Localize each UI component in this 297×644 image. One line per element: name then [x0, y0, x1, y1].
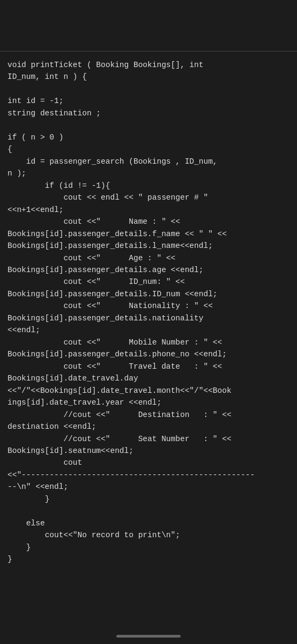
screen: void printTicket ( Booking Bookings[], i…	[0, 0, 297, 644]
bottom-bar	[0, 631, 297, 644]
home-indicator	[116, 635, 181, 638]
code-block: void printTicket ( Booking Bookings[], i…	[8, 59, 289, 566]
code-container: void printTicket ( Booking Bookings[], i…	[0, 52, 297, 631]
